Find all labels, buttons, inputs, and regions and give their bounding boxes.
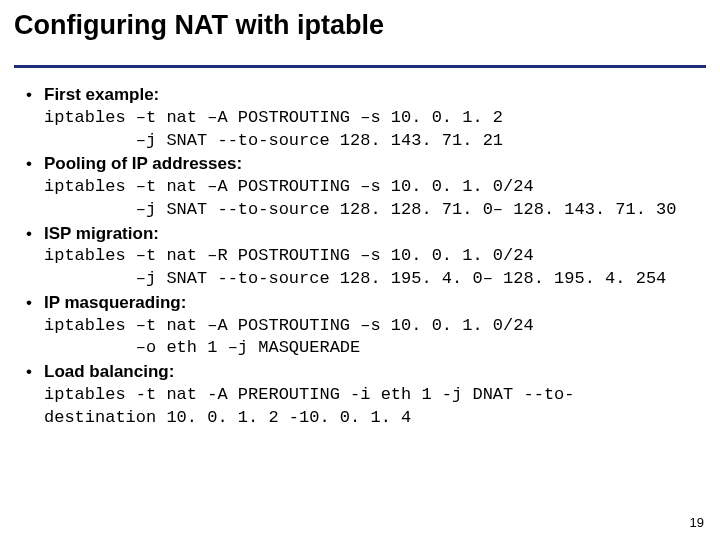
list-item: • ISP migration: iptables –t nat –R POST… [24, 223, 700, 290]
item-command: iptables -t nat -A PREROUTING -i eth 1 -… [44, 385, 575, 427]
item-label: ISP migration: [44, 224, 159, 243]
bullet-icon: • [26, 361, 32, 383]
list-item: • Load balancing: iptables -t nat -A PRE… [24, 361, 700, 428]
bullet-icon: • [26, 223, 32, 245]
item-command: iptables –t nat –A POSTROUTING –s 10. 0.… [44, 108, 503, 150]
slide-body: • First example: iptables –t nat –A POST… [0, 68, 720, 428]
item-label: Load balancing: [44, 362, 174, 381]
slide-title: Configuring NAT with iptable [0, 0, 720, 47]
item-command: iptables –t nat –A POSTROUTING –s 10. 0.… [44, 177, 677, 219]
slide: Configuring NAT with iptable • First exa… [0, 0, 720, 540]
item-label: First example: [44, 85, 159, 104]
item-label: Pooling of IP addresses: [44, 154, 242, 173]
bullet-icon: • [26, 84, 32, 106]
item-label: IP masquerading: [44, 293, 186, 312]
item-command: iptables –t nat –A POSTROUTING –s 10. 0.… [44, 316, 534, 358]
list-item: • First example: iptables –t nat –A POST… [24, 84, 700, 151]
list-item: • IP masquerading: iptables –t nat –A PO… [24, 292, 700, 359]
bullet-icon: • [26, 153, 32, 175]
item-command: iptables –t nat –R POSTROUTING –s 10. 0.… [44, 246, 666, 288]
list-item: • Pooling of IP addresses: iptables –t n… [24, 153, 700, 220]
page-number: 19 [690, 515, 704, 530]
bullet-icon: • [26, 292, 32, 314]
